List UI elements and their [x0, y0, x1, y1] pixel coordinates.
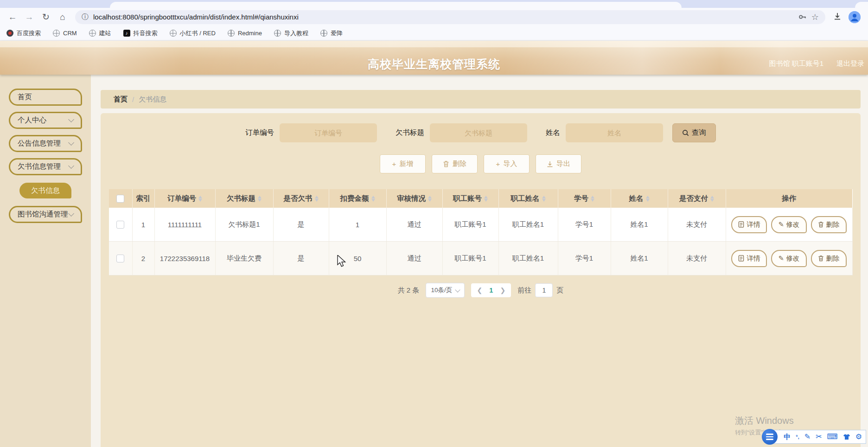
name-input[interactable]: [566, 123, 663, 142]
import-button-label: 导入: [503, 160, 517, 168]
next-page-icon[interactable]: ❯: [497, 287, 508, 294]
sort-icon[interactable]: [428, 196, 432, 202]
browser-tab-corner: [855, 2, 868, 8]
sidebar-item-owed-book-mgmt[interactable]: 欠书信息管理: [9, 158, 82, 175]
edit-button[interactable]: ✎ 修改: [771, 250, 806, 267]
bookmark-star-icon[interactable]: ☆: [811, 12, 819, 22]
cell-book-title: 毕业生欠费: [215, 242, 273, 275]
logout-link[interactable]: 退出登录: [836, 59, 864, 68]
sidebar-item-label: 图书馆沟通管理: [18, 210, 68, 219]
sidebar-subitem-owed-book-info-active[interactable]: 欠书信息: [19, 183, 71, 198]
download-icon[interactable]: [833, 12, 842, 23]
ime-language-mode[interactable]: 中: [784, 433, 791, 441]
row-delete-button[interactable]: 删除: [811, 250, 847, 267]
sort-icon[interactable]: [646, 196, 650, 202]
row-checkbox[interactable]: [116, 255, 124, 262]
ime-logo-icon[interactable]: [762, 429, 778, 445]
bookmark-item[interactable]: CRM: [53, 30, 77, 37]
col-header-audit: 审核情况: [386, 189, 442, 208]
add-button[interactable]: + 新增: [380, 154, 426, 173]
cell-audit: 通过: [386, 242, 442, 275]
sidebar-item-personal-center[interactable]: 个人中心: [9, 112, 82, 129]
goto-page-input[interactable]: [535, 283, 553, 297]
bookmark-item[interactable]: Redmine: [228, 30, 262, 37]
bookmark-item[interactable]: ♪ 抖音搜索: [123, 29, 158, 38]
sort-icon[interactable]: [258, 196, 262, 202]
select-all-checkbox[interactable]: [116, 195, 124, 203]
bookmark-item[interactable]: 导入教程: [274, 29, 308, 38]
delete-button[interactable]: 删除: [432, 154, 478, 173]
password-key-icon[interactable]: [798, 13, 807, 21]
book-title-input[interactable]: [430, 123, 527, 142]
profile-avatar[interactable]: [849, 11, 861, 23]
row-delete-button[interactable]: 删除: [811, 216, 847, 233]
edit-button[interactable]: ✎ 修改: [771, 216, 806, 233]
back-icon[interactable]: ←: [6, 10, 19, 24]
gear-icon[interactable]: ⚙: [855, 433, 862, 441]
total-count-label: 共 2 条: [398, 286, 420, 295]
bookmark-label: CRM: [63, 30, 77, 37]
url-text[interactable]: localhost:8080/springbootttxcu/admin/dis…: [93, 13, 299, 21]
sort-icon[interactable]: [542, 196, 546, 202]
table-row: 2 1722235369118 毕业生欠费 是 50 通过 职工账号1 职工姓名…: [109, 242, 852, 275]
sidebar-item-label: 首页: [18, 92, 32, 102]
current-user-label: 图书馆 职工账号1: [769, 59, 823, 68]
header-select-all: [109, 189, 132, 208]
browser-active-tab[interactable]: [110, 2, 682, 8]
reload-icon[interactable]: ↻: [39, 10, 53, 24]
prev-page-icon[interactable]: ❮: [474, 287, 485, 294]
sort-icon[interactable]: [315, 196, 319, 202]
query-button[interactable]: 查询: [672, 123, 716, 142]
sidebar-item-label: 欠书信息: [31, 186, 60, 196]
scissors-icon[interactable]: ✂: [816, 433, 822, 441]
keyboard-icon[interactable]: ⌨: [827, 433, 838, 441]
cell-name: 姓名1: [611, 242, 668, 275]
page-title: 高校毕业生离校管理系统: [0, 57, 868, 72]
sort-icon[interactable]: [591, 196, 594, 202]
plus-icon: +: [392, 160, 396, 168]
site-info-icon[interactable]: ⓘ: [82, 13, 89, 21]
globe-icon: [274, 30, 281, 37]
page-size-select[interactable]: 10条/页: [426, 283, 465, 298]
detail-button[interactable]: 详情: [731, 216, 767, 233]
document-icon: [738, 221, 744, 228]
sidebar-item-home[interactable]: 首页: [9, 89, 82, 106]
sidebar-item-library-communication-mgmt[interactable]: 图书馆沟通管理: [9, 206, 82, 223]
breadcrumb-home[interactable]: 首页: [114, 95, 128, 104]
bookmark-item[interactable]: 百度搜索: [6, 29, 41, 38]
detail-button[interactable]: 详情: [731, 250, 767, 267]
pencil-icon: ✎: [778, 255, 784, 262]
cell-owe: 是: [273, 242, 329, 275]
col-header-staff-account: 职工账号: [442, 189, 498, 208]
chevron-down-icon: [68, 163, 74, 169]
sidebar: 首页 个人中心 公告信息管理 欠书信息管理 欠书信息 图书馆沟通管理: [0, 75, 91, 447]
col-header-book-title: 欠书标题: [215, 189, 273, 208]
address-bar[interactable]: ⓘ localhost:8080/springbootttxcu/admin/d…: [75, 10, 825, 24]
data-card: 订单编号 欠书标题 姓名 查询 + 新增: [101, 113, 861, 447]
globe-icon: [53, 30, 60, 37]
bookmark-label: 小红书 / RED: [180, 29, 216, 38]
import-button[interactable]: + 导入: [484, 154, 530, 173]
sidebar-item-announcement-mgmt[interactable]: 公告信息管理: [9, 135, 82, 152]
ime-punctuation-icon[interactable]: °,: [796, 434, 799, 439]
order-no-input[interactable]: [280, 123, 377, 142]
cell-student-no: 学号1: [558, 208, 611, 242]
sort-icon[interactable]: [710, 196, 714, 202]
bookmark-item[interactable]: 小红书 / RED: [170, 29, 216, 38]
sort-icon[interactable]: [371, 196, 375, 202]
skin-shirt-icon[interactable]: [843, 434, 850, 440]
export-button[interactable]: 导出: [536, 154, 581, 173]
row-checkbox[interactable]: [116, 221, 124, 229]
bookmark-item[interactable]: 爱降: [320, 29, 343, 38]
sort-icon[interactable]: [198, 196, 202, 202]
forward-icon[interactable]: →: [22, 10, 36, 24]
page-size-value: 10条/页: [431, 286, 452, 294]
home-icon[interactable]: ⌂: [56, 10, 70, 24]
ime-toolbar[interactable]: 中 °, ✎ ✂ ⌨ ⚙: [769, 430, 866, 444]
chevron-down-icon: [68, 116, 74, 122]
sort-icon[interactable]: [484, 196, 488, 202]
bookmark-item[interactable]: 建站: [89, 29, 111, 38]
pencil-icon[interactable]: ✎: [804, 433, 811, 441]
app-header: 高校毕业生离校管理系统 图书馆 职工账号1 退出登录: [0, 41, 868, 75]
current-page-number[interactable]: 1: [485, 287, 497, 294]
